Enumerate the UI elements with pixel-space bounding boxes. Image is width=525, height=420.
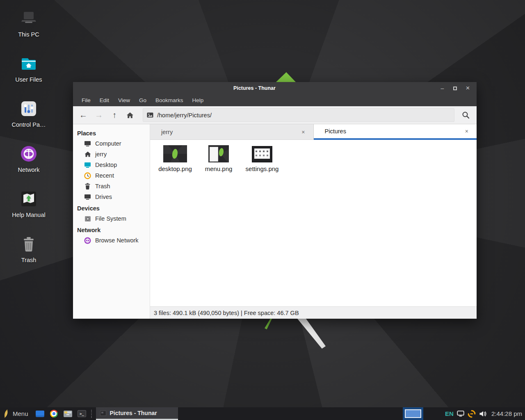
- desktop-icon-this-pc[interactable]: This PC: [6, 10, 52, 38]
- sidebar-item-drives[interactable]: Drives: [73, 192, 150, 202]
- close-icon: ×: [466, 84, 470, 92]
- sidebar-item-label: Desktop: [95, 162, 117, 168]
- menu-go[interactable]: Go: [135, 97, 151, 103]
- terminal-icon: >_: [78, 410, 86, 417]
- menu-bookmarks[interactable]: Bookmarks: [151, 97, 188, 103]
- window-body: Places Computer jerry Desktop Recent: [73, 124, 477, 319]
- desktop-png-thumbnail: [163, 145, 187, 162]
- sidebar-item-computer[interactable]: Computer: [73, 138, 150, 149]
- desktop-icon: [84, 162, 91, 169]
- menu-help[interactable]: Help: [188, 97, 208, 103]
- menu-edit[interactable]: Edit: [95, 97, 114, 103]
- desktop-icon-label: This PC: [18, 31, 39, 38]
- desktop-icon-network[interactable]: Network: [6, 145, 52, 173]
- titlebar[interactable]: Pictures - Thunar – ×: [73, 82, 477, 94]
- sidebar-item-label: jerry: [95, 151, 107, 158]
- content-pane: jerry × Pictures × desktop.png: [150, 124, 477, 319]
- chrome-icon: [50, 410, 58, 418]
- window-controls: – ×: [436, 82, 474, 94]
- window-title: Pictures - Thunar: [73, 85, 436, 91]
- menu-button[interactable]: Menu: [0, 407, 33, 420]
- path-bar[interactable]: /home/jerry/Pictures/: [143, 108, 454, 122]
- search-icon: [462, 111, 470, 119]
- desktop-icon-label: User Files: [15, 76, 42, 83]
- home-icon: [84, 151, 91, 158]
- tab-pictures[interactable]: Pictures ×: [314, 124, 477, 140]
- update-manager-icon[interactable]: [468, 410, 476, 418]
- thunar-task-icon: [100, 411, 106, 416]
- display-tray-icon[interactable]: [457, 411, 464, 417]
- browse-network-globe-icon: [84, 237, 91, 244]
- sidebar-item-browse-network[interactable]: Browse Network: [73, 235, 150, 246]
- sidebar-item-label: Computer: [95, 140, 121, 147]
- launcher-show-desktop[interactable]: [33, 407, 47, 420]
- file-system-drive-icon: [84, 215, 91, 222]
- tab-label: Pictures: [325, 128, 463, 135]
- menu-view[interactable]: View: [114, 97, 135, 103]
- close-button[interactable]: ×: [461, 82, 474, 94]
- language-indicator[interactable]: EN: [445, 410, 454, 417]
- launcher-terminal[interactable]: >_: [75, 407, 89, 420]
- file-name: desktop.png: [158, 165, 192, 172]
- desktop-icon-control-panel[interactable]: Control Pa…: [6, 100, 52, 128]
- taskbar: Menu >_ Pictures - Thunar EN 2:44:: [0, 407, 525, 420]
- taskbar-handle[interactable]: [91, 410, 95, 418]
- forward-button[interactable]: →: [91, 108, 107, 122]
- minimize-button[interactable]: –: [436, 82, 449, 94]
- up-button[interactable]: ↑: [107, 108, 122, 122]
- up-icon: ↑: [112, 110, 116, 120]
- sidebar-item-desktop[interactable]: Desktop: [73, 160, 150, 170]
- task-button-thunar[interactable]: Pictures - Thunar: [96, 407, 178, 420]
- menu-png-thumbnail: [208, 145, 229, 162]
- sidebar-header-network: Network: [73, 224, 150, 235]
- settings-png-thumbnail: [252, 146, 272, 162]
- back-button[interactable]: ←: [75, 108, 91, 122]
- desktop-icon-label: Network: [18, 167, 39, 173]
- thunar-window: Pictures - Thunar – × File Edit View Go …: [73, 82, 477, 319]
- desktop-icon-help-manual[interactable]: Help Manual: [6, 190, 52, 218]
- sidebar-item-label: Drives: [95, 194, 112, 200]
- show-desktop-icon: [36, 411, 44, 417]
- workspace-1[interactable]: [405, 409, 421, 418]
- maximize-icon: [453, 87, 457, 90]
- maximize-button[interactable]: [449, 82, 461, 94]
- sidebar: Places Computer jerry Desktop Recent: [73, 124, 150, 319]
- sidebar-item-label: Browse Network: [95, 237, 139, 244]
- desktop-icon-user-files[interactable]: User Files: [6, 55, 52, 83]
- sidebar-item-jerry[interactable]: jerry: [73, 149, 150, 160]
- file-manager-icon: [64, 411, 72, 417]
- path-text: /home/jerry/Pictures/: [157, 112, 212, 119]
- tab-close-icon[interactable]: ×: [300, 128, 306, 136]
- search-button[interactable]: [457, 108, 474, 122]
- launcher-file-manager[interactable]: [61, 407, 75, 420]
- minimize-icon: –: [441, 85, 444, 91]
- tab-label: jerry: [161, 129, 300, 135]
- sidebar-item-label: Trash: [95, 183, 110, 189]
- menu-file[interactable]: File: [77, 97, 95, 103]
- wallpaper-white-feather: [294, 317, 326, 349]
- wallpaper-green-sliver: [265, 318, 272, 329]
- workspace-switcher[interactable]: [403, 407, 423, 420]
- recent-clock-icon: [84, 172, 91, 179]
- file-desktop-png[interactable]: desktop.png: [155, 144, 195, 172]
- file-settings-png[interactable]: settings.png: [242, 144, 282, 172]
- sidebar-item-recent[interactable]: Recent: [73, 170, 150, 181]
- clock[interactable]: 2:44:28 pm: [491, 410, 522, 417]
- launcher-chrome[interactable]: [47, 407, 61, 420]
- tab-close-icon[interactable]: ×: [463, 127, 470, 135]
- tab-jerry[interactable]: jerry ×: [150, 124, 314, 140]
- sidebar-item-file-system[interactable]: File System: [73, 213, 150, 224]
- home-button[interactable]: [122, 108, 138, 122]
- menu-button-label: Menu: [13, 410, 28, 417]
- file-menu-png[interactable]: menu.png: [199, 144, 239, 172]
- sidebar-item-trash[interactable]: Trash: [73, 181, 150, 192]
- linux-lite-feather-icon: [4, 409, 9, 418]
- desktop-icon-label: Trash: [21, 257, 37, 263]
- desktop-icon-trash[interactable]: Trash: [6, 235, 52, 263]
- volume-icon[interactable]: [479, 411, 486, 417]
- image-file-icon: [147, 112, 153, 118]
- network-globe-icon: [21, 145, 37, 162]
- sidebar-item-label: Recent: [95, 172, 114, 179]
- file-view[interactable]: desktop.png menu.png settings.png: [150, 140, 477, 306]
- tab-bar: jerry × Pictures ×: [150, 124, 477, 140]
